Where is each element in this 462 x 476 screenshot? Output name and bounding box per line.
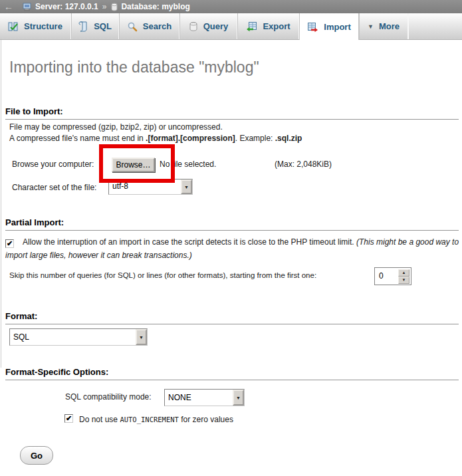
section-heading-format: Format: xyxy=(5,311,459,324)
charset-label: Character set of the file: xyxy=(12,183,96,192)
annotation-red-box xyxy=(99,144,175,183)
breadcrumb-separator: » xyxy=(102,2,107,11)
tab-export-label: Export xyxy=(263,21,290,31)
more-caret-icon: ▼ xyxy=(368,23,374,30)
skip-queries-input[interactable]: 0 ▲ ▼ xyxy=(374,267,411,285)
spinner-up-icon[interactable]: ▲ xyxy=(398,269,409,277)
query-icon xyxy=(189,21,198,32)
allow-interruption-label: Allow the interruption of an import in c… xyxy=(23,237,356,247)
skip-queries-value: 0 xyxy=(375,268,398,285)
tab-sql-label: SQL xyxy=(94,21,112,31)
search-icon xyxy=(127,21,138,32)
tab-more-label: More xyxy=(379,21,400,31)
breadcrumb-server[interactable]: Server: 127.0.0.1 xyxy=(23,2,98,11)
tab-query[interactable]: Query xyxy=(179,13,237,39)
skip-queries-label: Skip this number of queries (for SQL) or… xyxy=(9,271,316,279)
tab-search[interactable]: Search xyxy=(119,13,179,39)
sql-compat-label: SQL compatibility mode: xyxy=(65,392,152,402)
no-autoincrement-checkbox[interactable]: ✔ xyxy=(64,414,73,423)
tab-import[interactable]: Import xyxy=(299,13,359,41)
compression-hint-line2: A compressed file's name must end in .[f… xyxy=(9,134,302,143)
tab-more[interactable]: ▼ More xyxy=(359,13,408,39)
go-button[interactable]: Go xyxy=(20,446,53,465)
allow-interruption-checkbox[interactable]: ✔ xyxy=(5,239,14,248)
back-arrow-icon[interactable]: ← xyxy=(4,1,19,13)
tab-search-label: Search xyxy=(143,21,172,31)
export-icon xyxy=(246,21,257,32)
tab-import-label: Import xyxy=(324,22,350,32)
browse-label: Browse your computer: xyxy=(12,160,94,169)
format-select-value: SQL xyxy=(10,329,136,345)
phpmyadmin-import-page: ← Server: 127.0.0.1 » Database: myblog S… xyxy=(0,0,462,476)
tab-structure[interactable]: Structure xyxy=(0,13,71,39)
section-heading-format-specific: Format-Specific Options: xyxy=(5,367,459,380)
chevron-down-icon: ▼ xyxy=(181,179,192,194)
content-left-border xyxy=(1,40,1,368)
format-select[interactable]: SQL ▼ xyxy=(9,328,148,346)
server-icon xyxy=(23,3,33,11)
sql-compat-select-value: NONE xyxy=(165,390,233,406)
tab-export[interactable]: Export xyxy=(237,13,299,39)
tab-query-label: Query xyxy=(203,21,229,31)
import-icon xyxy=(307,22,318,33)
tab-sql[interactable]: SQL xyxy=(71,13,119,39)
tab-structure-label: Structure xyxy=(24,21,62,31)
compression-hint-line1: File may be compressed (gzip, bzip2, zip… xyxy=(9,122,223,132)
breadcrumb-database-label: Database: myblog xyxy=(121,2,189,11)
tab-strip-filler xyxy=(408,13,462,39)
sql-icon xyxy=(78,21,88,32)
allow-interruption-row: ✔Allow the interruption of an import in … xyxy=(5,235,460,262)
sql-compat-select[interactable]: NONE ▼ xyxy=(164,389,245,406)
tab-strip: Structure SQL Search Query Export Import… xyxy=(0,13,462,40)
section-heading-partial-import: Partial Import: xyxy=(5,217,459,231)
breadcrumb-database[interactable]: Database: myblog xyxy=(110,2,189,11)
database-icon xyxy=(110,3,118,11)
max-size-text: (Max: 2,048KiB) xyxy=(275,160,332,169)
import-panel: Importing into the database "myblog" Fil… xyxy=(0,40,462,476)
section-heading-file-to-import: File to Import: xyxy=(5,106,459,120)
chevron-down-icon: ▼ xyxy=(233,390,244,406)
breadcrumb-server-label: Server: 127.0.0.1 xyxy=(35,2,98,11)
structure-icon xyxy=(8,21,19,32)
spinner-down-icon[interactable]: ▼ xyxy=(398,277,409,284)
breadcrumb-bar: ← Server: 127.0.0.1 » Database: myblog xyxy=(0,0,462,13)
no-autoincrement-label: Do not use AUTO_INCREMENT for zero value… xyxy=(79,415,233,424)
chevron-down-icon: ▼ xyxy=(136,329,147,345)
page-title: Importing into the database "myblog" xyxy=(9,59,259,76)
